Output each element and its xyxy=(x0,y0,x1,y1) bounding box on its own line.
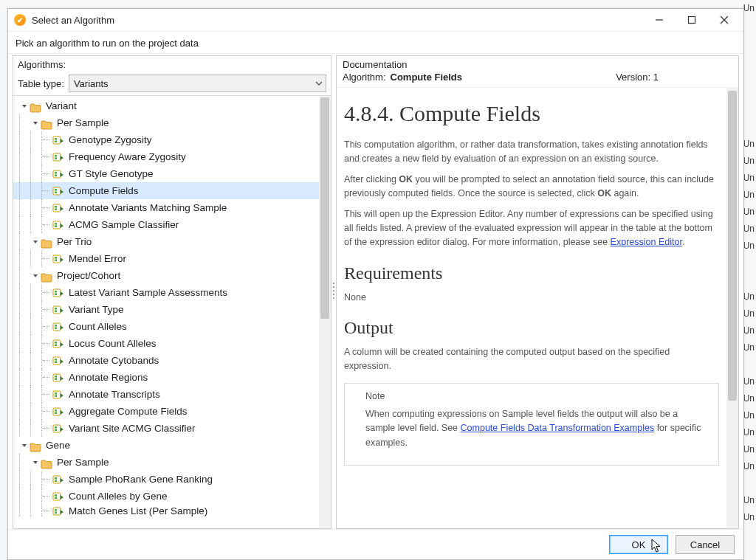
tree-scroll-thumb[interactable] xyxy=(320,97,329,319)
svg-rect-30 xyxy=(55,310,57,312)
chevron-down-icon[interactable] xyxy=(19,101,30,111)
svg-rect-56 xyxy=(55,494,57,497)
doc-scroll-thumb[interactable] xyxy=(728,91,737,401)
bg-cell xyxy=(743,255,755,272)
tree-item[interactable]: GT Style Genotype xyxy=(13,165,319,182)
bg-cell: Un xyxy=(743,204,755,221)
tree-folder[interactable]: Gene xyxy=(13,437,319,454)
window-title: Select an Algorithm xyxy=(32,15,114,26)
svg-rect-58 xyxy=(53,508,61,515)
tree-folder[interactable]: Project/Cohort xyxy=(13,267,319,284)
svg-rect-9 xyxy=(55,157,57,159)
svg-rect-28 xyxy=(53,306,61,314)
svg-rect-35 xyxy=(55,342,57,344)
svg-rect-54 xyxy=(55,480,57,482)
tree-label: Compute Fields xyxy=(69,182,139,199)
svg-rect-52 xyxy=(53,476,61,483)
svg-rect-17 xyxy=(55,206,57,208)
svg-rect-8 xyxy=(55,155,57,157)
svg-rect-49 xyxy=(53,425,61,432)
svg-rect-44 xyxy=(55,393,57,395)
tree-folder[interactable]: Per Trio xyxy=(13,233,319,250)
algorithm-icon xyxy=(52,152,64,162)
tree-item[interactable]: Variant Site ACMG Classifier xyxy=(13,420,319,437)
tree-item[interactable]: Annotate Regions xyxy=(13,369,319,386)
chevron-down-icon[interactable] xyxy=(19,440,30,451)
tree-item[interactable]: Count Alleles xyxy=(13,318,319,335)
titlebar: ✔ Select an Algorithm xyxy=(8,9,743,32)
svg-rect-14 xyxy=(55,189,57,191)
tree-folder[interactable]: Per Sample xyxy=(13,454,319,471)
tree-label: Count Alleles by Gene xyxy=(69,488,168,505)
compute-fields-examples-link[interactable]: Compute Fields Data Transformation Examp… xyxy=(461,423,655,433)
tree-folder[interactable]: Variant xyxy=(13,97,319,114)
bg-cell: Un xyxy=(743,373,755,390)
tree-label: Gene xyxy=(46,437,70,454)
bg-cell: Un xyxy=(743,136,755,153)
tree-scrollbar[interactable] xyxy=(319,96,331,528)
tree-item[interactable]: Compute Fields xyxy=(13,182,319,199)
tree-item[interactable]: Sample PhoRank Gene Ranking xyxy=(13,471,319,488)
doc-subheading-output: Output xyxy=(344,318,719,338)
doc-scrollbar[interactable] xyxy=(726,88,738,528)
tree-item[interactable]: Locus Count Alleles xyxy=(13,335,319,352)
chevron-down-icon[interactable] xyxy=(30,237,41,247)
svg-rect-33 xyxy=(55,327,57,329)
tree-label: Aggregate Compute Fields xyxy=(69,403,188,420)
bg-cell: Un xyxy=(743,407,755,424)
maximize-button[interactable] xyxy=(676,10,708,30)
tree-item[interactable]: Annotate Cytobands xyxy=(13,352,319,369)
chevron-down-icon[interactable] xyxy=(30,271,41,281)
tree-label: Frequency Aware Zygosity xyxy=(69,148,186,165)
svg-rect-6 xyxy=(55,140,57,142)
algorithm-icon xyxy=(52,305,64,315)
svg-rect-15 xyxy=(55,191,57,193)
tree-label: GT Style Genotype xyxy=(69,165,154,182)
tree-item[interactable]: Annotate Variants Matching Sample xyxy=(13,199,319,216)
tree-item[interactable]: Aggregate Compute Fields xyxy=(13,403,319,420)
svg-rect-4 xyxy=(53,136,61,144)
tree-item[interactable]: Variant Type xyxy=(13,301,319,318)
tree-item[interactable]: Match Genes List (Per Sample) xyxy=(13,505,319,517)
tree-item[interactable]: Latest Variant Sample Assessments xyxy=(13,284,319,301)
svg-rect-60 xyxy=(55,511,57,514)
bg-cell: Un xyxy=(743,424,755,441)
version-label: Version: xyxy=(616,72,650,83)
table-type-combo[interactable]: Variants xyxy=(69,75,326,92)
tree-item[interactable]: Mendel Error xyxy=(13,250,319,267)
tree-label: Count Alleles xyxy=(69,318,127,335)
chevron-down-icon[interactable] xyxy=(30,457,41,468)
svg-rect-1 xyxy=(689,17,695,24)
ok-button[interactable]: OK xyxy=(609,535,668,554)
algorithm-icon xyxy=(52,407,64,417)
algorithm-icon xyxy=(52,390,64,400)
folder-icon xyxy=(41,118,52,128)
svg-rect-16 xyxy=(53,204,61,212)
tree-item[interactable]: ACMG Sample Classifier xyxy=(13,216,319,233)
tree-label: Annotate Variants Matching Sample xyxy=(69,199,227,216)
chevron-down-icon[interactable] xyxy=(30,118,41,128)
tree-item[interactable]: Genotype Zygosity xyxy=(13,131,319,148)
svg-rect-47 xyxy=(55,409,57,412)
algorithm-icon xyxy=(52,288,64,298)
doc-paragraph: None xyxy=(344,291,719,305)
expression-editor-link[interactable]: Expression Editor xyxy=(611,237,682,247)
bg-cell xyxy=(743,119,755,136)
bg-cell: Un xyxy=(743,305,755,322)
doc-paragraph: After clicking OK you will be prompted t… xyxy=(344,173,719,201)
bg-cell xyxy=(743,17,755,34)
svg-rect-53 xyxy=(55,477,57,480)
version-value: 1 xyxy=(653,72,659,83)
minimize-button[interactable] xyxy=(643,10,676,30)
tree-item[interactable]: Annotate Transcripts xyxy=(13,386,319,403)
tree-item[interactable]: Frequency Aware Zygosity xyxy=(13,148,319,165)
tree-item[interactable]: Count Alleles by Gene xyxy=(13,488,319,505)
tree-folder[interactable]: Per Sample xyxy=(13,114,319,131)
svg-rect-34 xyxy=(53,340,61,348)
instruction-text: Pick an algorithm to run on the project … xyxy=(8,32,743,54)
close-button[interactable] xyxy=(708,10,740,30)
svg-rect-7 xyxy=(53,153,61,161)
algorithm-icon xyxy=(52,186,64,196)
cancel-button[interactable]: Cancel xyxy=(676,535,735,554)
algorithm-tree[interactable]: VariantPer SampleGenotype ZygosityFreque… xyxy=(13,96,319,528)
